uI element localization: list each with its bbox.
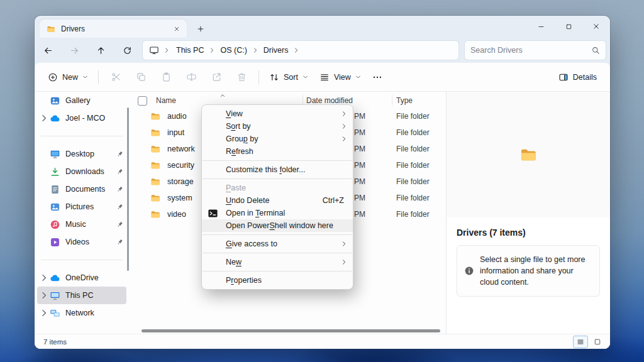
search-input[interactable] xyxy=(470,46,571,55)
details-info-card: Select a single file to get more informa… xyxy=(457,245,600,297)
chevron-right-icon[interactable] xyxy=(40,292,48,299)
cut-button[interactable] xyxy=(103,67,128,87)
sidebar-item-pictures[interactable]: Pictures xyxy=(37,198,126,216)
main-area: GalleryJoel - MCODesktopDownloadsDocumen… xyxy=(35,92,610,334)
sidebar-item-documents[interactable]: Documents xyxy=(37,180,126,198)
delete-button[interactable] xyxy=(229,67,254,87)
up-button[interactable] xyxy=(90,40,111,60)
status-bar: 7 items xyxy=(35,334,610,349)
column-header-date-modified[interactable]: Date modified xyxy=(306,96,353,105)
sidebar-item-desktop[interactable]: Desktop xyxy=(37,145,126,163)
sidebar-item-gallery[interactable]: Gallery xyxy=(37,92,126,109)
more-options-button[interactable] xyxy=(367,67,388,87)
menu-item-properties[interactable]: Properties xyxy=(202,274,353,287)
new-button[interactable]: New xyxy=(42,67,94,87)
menu-item-sort-by[interactable]: Sort by xyxy=(202,120,353,133)
navigation-pane: GalleryJoel - MCODesktopDownloadsDocumen… xyxy=(35,92,129,334)
file-name: input xyxy=(167,128,184,137)
menu-item-undo-delete[interactable]: Undo DeleteCtrl+Z xyxy=(202,194,353,207)
file-date-modified: PM xyxy=(354,177,365,186)
share-button[interactable] xyxy=(204,67,229,87)
breadcrumb-item-drivers[interactable]: Drivers xyxy=(259,44,293,57)
tab-drivers[interactable]: Drivers xyxy=(40,19,187,38)
address-bar[interactable]: This PCOS (C:)Drivers xyxy=(143,41,458,60)
chevron-right-icon[interactable] xyxy=(40,310,48,317)
pin-icon xyxy=(116,168,124,176)
horizontal-scrollbar[interactable] xyxy=(142,329,440,332)
sidebar-item-joel-mco[interactable]: Joel - MCO xyxy=(37,109,126,127)
close-button[interactable] xyxy=(582,16,610,37)
chevron-right-icon xyxy=(293,47,299,53)
chevron-right-icon xyxy=(341,123,347,129)
chevron-spacer xyxy=(40,168,48,175)
menu-item-paste[interactable]: Paste xyxy=(202,182,353,194)
network-icon xyxy=(50,308,60,319)
menu-item-customize-this-folder[interactable]: Customize this folder... xyxy=(202,163,353,176)
maximize-button[interactable] xyxy=(555,16,582,37)
chevron-spacer xyxy=(40,239,48,246)
tab-close-button[interactable] xyxy=(170,23,183,35)
icons-view-button[interactable] xyxy=(590,336,605,348)
new-tab-button[interactable] xyxy=(192,20,209,38)
sidebar-item-label: Gallery xyxy=(65,96,91,105)
menu-item-new[interactable]: New xyxy=(202,256,353,268)
info-icon xyxy=(464,266,474,276)
chevron-down-icon xyxy=(355,74,361,80)
sidebar-item-videos[interactable]: Videos xyxy=(37,233,126,251)
monitor-icon xyxy=(149,45,159,55)
sidebar-item-this-pc[interactable]: This PC xyxy=(37,287,126,304)
sidebar-item-network[interactable]: Network xyxy=(37,304,126,322)
chevron-right-icon xyxy=(341,136,347,142)
sidebar-item-label: Pictures xyxy=(65,202,94,211)
forward-icon xyxy=(70,46,79,55)
breadcrumb-item-os-c[interactable]: OS (C:) xyxy=(216,44,251,57)
minimize-button[interactable] xyxy=(527,16,555,37)
view-button-label: View xyxy=(334,73,351,82)
search-icon xyxy=(591,46,600,55)
rename-icon xyxy=(186,72,197,82)
chevron-spacer xyxy=(40,151,48,158)
menu-item-group-by[interactable]: Group by xyxy=(202,133,353,145)
column-header-name[interactable]: Name xyxy=(156,96,176,105)
forward-button[interactable] xyxy=(64,40,85,60)
refresh-button[interactable] xyxy=(116,40,138,60)
sidebar-item-downloads[interactable]: Downloads xyxy=(37,163,126,180)
menu-item-open-in-terminal[interactable]: Open in Terminal xyxy=(202,207,353,219)
menu-item-open-powershell-window-here[interactable]: Open PowerShell window here xyxy=(202,219,353,232)
list-view-button[interactable] xyxy=(573,336,588,348)
sidebar-item-music[interactable]: Music xyxy=(37,216,126,233)
menu-item-refresh[interactable]: Refresh xyxy=(202,145,353,158)
breadcrumb-item-this-pc[interactable]: This PC xyxy=(172,44,208,57)
back-button[interactable] xyxy=(37,40,58,60)
up-icon xyxy=(96,46,106,55)
chevron-right-icon[interactable] xyxy=(40,275,48,282)
view-button[interactable]: View xyxy=(314,67,367,87)
command-bar: New Sort View Details xyxy=(35,63,610,92)
select-all-checkbox[interactable] xyxy=(138,96,147,106)
sidebar-item-label: Joel - MCO xyxy=(65,114,105,123)
plus-circle-icon xyxy=(48,72,58,82)
sidebar-divider xyxy=(41,136,123,136)
details-toggle-button[interactable]: Details xyxy=(553,67,602,87)
chevron-right-icon[interactable] xyxy=(40,115,48,122)
menu-item-view[interactable]: View xyxy=(202,107,353,120)
paste-button[interactable] xyxy=(153,67,179,87)
folder-icon xyxy=(150,160,161,170)
column-divider[interactable] xyxy=(392,95,392,106)
menu-item-give-access-to[interactable]: Give access to xyxy=(202,238,353,250)
sidebar-item-onedrive[interactable]: OneDrive xyxy=(37,269,126,287)
rename-button[interactable] xyxy=(179,67,204,87)
file-date-modified: PM xyxy=(354,145,365,153)
sidebar-item-label: Documents xyxy=(65,185,105,194)
menu-item-label: Undo Delete xyxy=(226,196,270,205)
search-box[interactable] xyxy=(465,41,606,60)
column-header-type[interactable]: Type xyxy=(396,96,413,105)
file-name: security xyxy=(167,161,194,170)
pictures-icon xyxy=(50,202,60,212)
sort-ascending-icon xyxy=(219,92,226,99)
desktop-icon xyxy=(50,149,60,160)
delete-icon xyxy=(236,72,247,82)
copy-button[interactable] xyxy=(128,67,153,87)
folder-icon xyxy=(150,144,161,154)
sort-button[interactable]: Sort xyxy=(264,67,314,87)
